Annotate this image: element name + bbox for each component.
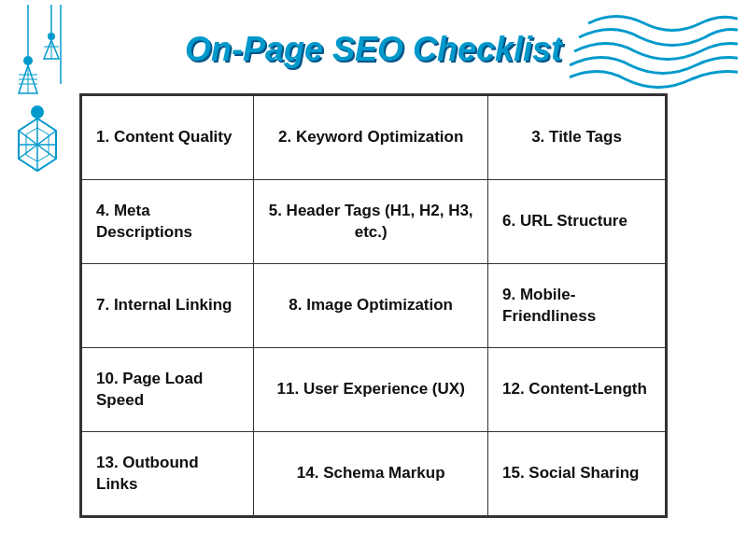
wave-decoration: [570, 5, 738, 92]
table-row: 1. Content Quality2. Keyword Optimizatio…: [82, 96, 666, 180]
cell-1-3: 3. Title Tags: [488, 96, 666, 180]
cell-4-2: 11. User Experience (UX): [254, 348, 488, 432]
cell-3-1: 7. Internal Linking: [82, 264, 254, 348]
cell-4-3: 12. Content-Length: [488, 348, 666, 432]
table-row: 10. Page Load Speed11. User Experience (…: [82, 348, 666, 432]
cell-3-2: 8. Image Optimization: [254, 264, 488, 348]
svg-point-13: [31, 105, 44, 119]
cell-2-3: 6. URL Structure: [488, 180, 666, 264]
seo-checklist-table: 1. Content Quality2. Keyword Optimizatio…: [79, 93, 668, 518]
cell-3-3: 9. Mobile-Friendliness: [488, 264, 666, 348]
page-title: On-Page SEO Checklist: [185, 30, 562, 69]
cell-4-1: 10. Page Load Speed: [82, 348, 254, 432]
table-row: 4. Meta Descriptions5. Header Tags (H1, …: [82, 180, 666, 264]
table-row: 7. Internal Linking8. Image Optimization…: [82, 264, 666, 348]
cell-2-1: 4. Meta Descriptions: [82, 180, 254, 264]
cell-5-2: 14. Schema Markup: [254, 432, 488, 516]
cell-1-2: 2. Keyword Optimization: [254, 96, 488, 180]
cell-1-1: 1. Content Quality: [82, 96, 254, 180]
cell-5-1: 13. Outbound Links: [82, 432, 254, 516]
table-row: 13. Outbound Links14. Schema Markup15. S…: [82, 432, 666, 516]
cell-2-2: 5. Header Tags (H1, H2, H3, etc.): [254, 180, 488, 264]
cell-5-3: 15. Social Sharing: [488, 432, 666, 516]
